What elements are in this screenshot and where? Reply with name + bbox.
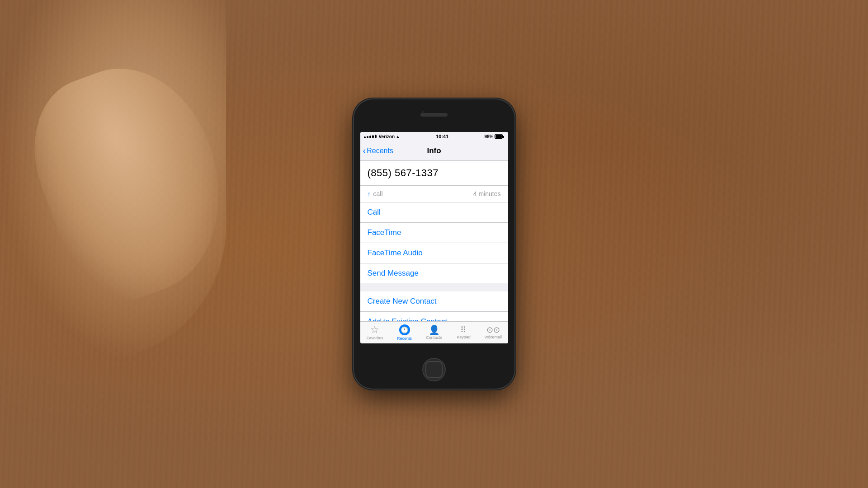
battery-icon bbox=[495, 134, 504, 139]
signal-dot-4 bbox=[372, 135, 374, 138]
signal-dot-2 bbox=[367, 136, 368, 138]
tab-contacts-label: Contacts bbox=[426, 335, 442, 340]
tab-contacts[interactable]: 👤 Contacts bbox=[419, 322, 448, 343]
phone-section: (855) 567-1337 bbox=[360, 161, 508, 186]
facetime-audio-button[interactable]: FaceTime Audio bbox=[360, 243, 508, 263]
outgoing-call-icon: ↑ bbox=[368, 190, 371, 197]
recent-call-label: call bbox=[373, 190, 383, 197]
create-new-contact-button[interactable]: Create New Contact bbox=[360, 291, 508, 312]
facetime-button[interactable]: FaceTime bbox=[360, 223, 508, 243]
signal-dot-1 bbox=[364, 136, 366, 138]
action-group: Call FaceTime FaceTime Audio Send Messag… bbox=[360, 202, 508, 283]
tab-favorites[interactable]: ☆ Favorites bbox=[360, 322, 390, 343]
status-left: Verizon ▲ bbox=[364, 134, 400, 139]
iphone-device: Verizon ▲ 10:41 98% ‹ Recents Info bbox=[354, 99, 514, 389]
tab-bar: ☆ Favorites 🕐 Recents 👤 Contacts ⠿ Keypa… bbox=[360, 321, 508, 343]
favorites-icon: ☆ bbox=[370, 325, 379, 335]
carrier-label: Verizon bbox=[379, 134, 395, 139]
tab-voicemail[interactable]: ⊙⊙ Voicemail bbox=[478, 322, 508, 343]
status-time: 10:41 bbox=[436, 134, 448, 139]
home-button-inner bbox=[425, 361, 443, 378]
battery-tip bbox=[503, 136, 504, 138]
tab-voicemail-label: Voicemail bbox=[485, 335, 502, 339]
recent-call-row: ↑ call 4 minutes bbox=[360, 186, 508, 202]
nav-bar: ‹ Recents Info bbox=[360, 141, 508, 161]
voicemail-icon: ⊙⊙ bbox=[486, 326, 500, 334]
recent-call-left: ↑ call bbox=[368, 190, 383, 197]
status-right: 98% bbox=[484, 134, 504, 139]
battery-body bbox=[495, 134, 503, 139]
iphone-screen: Verizon ▲ 10:41 98% ‹ Recents Info bbox=[360, 132, 508, 343]
status-bar: Verizon ▲ 10:41 98% bbox=[360, 132, 508, 141]
tab-recents-label: Recents bbox=[397, 336, 412, 341]
keypad-icon: ⠿ bbox=[460, 326, 467, 334]
contacts-icon: 👤 bbox=[429, 325, 440, 334]
home-button[interactable] bbox=[422, 358, 446, 381]
tab-favorites-label: Favorites bbox=[367, 336, 383, 340]
recents-icon: 🕐 bbox=[399, 324, 410, 335]
phone-number: (855) 567-1337 bbox=[368, 167, 501, 179]
battery-fill bbox=[495, 135, 502, 138]
call-button[interactable]: Call bbox=[360, 202, 508, 223]
tab-recents[interactable]: 🕐 Recents bbox=[390, 322, 419, 343]
send-message-button[interactable]: Send Message bbox=[360, 263, 508, 283]
back-label: Recents bbox=[367, 147, 393, 155]
group-spacer bbox=[360, 283, 508, 291]
recent-call-duration: 4 minutes bbox=[473, 190, 501, 197]
wifi-icon: ▲ bbox=[396, 134, 400, 139]
tab-keypad-label: Keypad bbox=[457, 335, 471, 339]
speaker bbox=[420, 113, 448, 117]
signal-dot-5 bbox=[375, 135, 377, 138]
battery-percent: 98% bbox=[484, 134, 493, 139]
signal-dots bbox=[364, 135, 377, 138]
back-button[interactable]: ‹ Recents bbox=[363, 147, 393, 155]
tab-keypad[interactable]: ⠿ Keypad bbox=[449, 322, 478, 343]
finger bbox=[12, 45, 250, 316]
back-chevron-icon: ‹ bbox=[363, 146, 366, 155]
hand-overlay bbox=[0, 0, 226, 361]
nav-title: Info bbox=[427, 146, 441, 155]
signal-dot-3 bbox=[369, 136, 371, 138]
